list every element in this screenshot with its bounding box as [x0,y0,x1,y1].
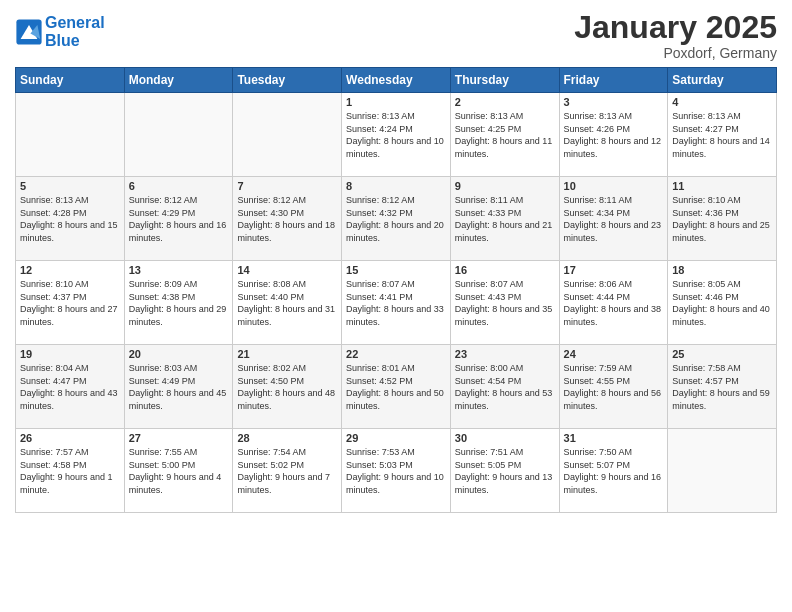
day-daylight: Daylight: 8 hours and 14 minutes. [672,135,772,160]
col-wednesday: Wednesday [342,68,451,93]
day-daylight: Daylight: 8 hours and 15 minutes. [20,219,120,244]
day-sunset: Sunset: 4:54 PM [455,375,555,388]
day-sunrise: Sunrise: 8:09 AM [129,278,229,291]
day-sunrise: Sunrise: 8:12 AM [346,194,446,207]
day-sunrise: Sunrise: 8:12 AM [129,194,229,207]
day-number: 25 [672,348,772,360]
day-sunset: Sunset: 4:29 PM [129,207,229,220]
day-number: 29 [346,432,446,444]
logo-icon [15,18,43,46]
day-daylight: Daylight: 8 hours and 43 minutes. [20,387,120,412]
day-sunrise: Sunrise: 8:13 AM [455,110,555,123]
header: General Blue January 2025 Poxdorf, Germa… [15,10,777,61]
day-sunrise: Sunrise: 7:55 AM [129,446,229,459]
calendar-cell: 25Sunrise: 7:58 AMSunset: 4:57 PMDayligh… [668,345,777,429]
day-daylight: Daylight: 8 hours and 45 minutes. [129,387,229,412]
day-daylight: Daylight: 8 hours and 31 minutes. [237,303,337,328]
day-sunset: Sunset: 4:55 PM [564,375,664,388]
day-daylight: Daylight: 9 hours and 16 minutes. [564,471,664,496]
day-daylight: Daylight: 9 hours and 7 minutes. [237,471,337,496]
day-sunrise: Sunrise: 8:04 AM [20,362,120,375]
day-daylight: Daylight: 9 hours and 4 minutes. [129,471,229,496]
calendar-cell: 10Sunrise: 8:11 AMSunset: 4:34 PMDayligh… [559,177,668,261]
day-number: 13 [129,264,229,276]
day-daylight: Daylight: 8 hours and 11 minutes. [455,135,555,160]
day-number: 2 [455,96,555,108]
location: Poxdorf, Germany [574,45,777,61]
day-daylight: Daylight: 8 hours and 29 minutes. [129,303,229,328]
day-daylight: Daylight: 8 hours and 12 minutes. [564,135,664,160]
day-sunrise: Sunrise: 7:50 AM [564,446,664,459]
day-daylight: Daylight: 9 hours and 13 minutes. [455,471,555,496]
calendar-week-4: 19Sunrise: 8:04 AMSunset: 4:47 PMDayligh… [16,345,777,429]
day-daylight: Daylight: 8 hours and 21 minutes. [455,219,555,244]
day-sunrise: Sunrise: 8:03 AM [129,362,229,375]
day-sunset: Sunset: 4:27 PM [672,123,772,136]
day-daylight: Daylight: 8 hours and 35 minutes. [455,303,555,328]
day-sunset: Sunset: 4:38 PM [129,291,229,304]
day-daylight: Daylight: 8 hours and 10 minutes. [346,135,446,160]
calendar-cell: 9Sunrise: 8:11 AMSunset: 4:33 PMDaylight… [450,177,559,261]
calendar-cell: 1Sunrise: 8:13 AMSunset: 4:24 PMDaylight… [342,93,451,177]
calendar-cell [668,429,777,513]
day-number: 16 [455,264,555,276]
day-sunset: Sunset: 4:57 PM [672,375,772,388]
day-daylight: Daylight: 8 hours and 56 minutes. [564,387,664,412]
day-sunset: Sunset: 4:52 PM [346,375,446,388]
day-sunrise: Sunrise: 8:13 AM [672,110,772,123]
day-number: 27 [129,432,229,444]
calendar-body: 1Sunrise: 8:13 AMSunset: 4:24 PMDaylight… [16,93,777,513]
day-sunrise: Sunrise: 7:57 AM [20,446,120,459]
day-sunset: Sunset: 4:41 PM [346,291,446,304]
day-number: 28 [237,432,337,444]
day-sunrise: Sunrise: 8:12 AM [237,194,337,207]
calendar-cell: 7Sunrise: 8:12 AMSunset: 4:30 PMDaylight… [233,177,342,261]
day-sunrise: Sunrise: 8:11 AM [455,194,555,207]
day-daylight: Daylight: 8 hours and 48 minutes. [237,387,337,412]
day-number: 21 [237,348,337,360]
day-sunrise: Sunrise: 7:53 AM [346,446,446,459]
day-sunrise: Sunrise: 8:00 AM [455,362,555,375]
day-sunrise: Sunrise: 7:59 AM [564,362,664,375]
logo: General Blue [15,14,105,49]
title-block: January 2025 Poxdorf, Germany [574,10,777,61]
day-number: 7 [237,180,337,192]
calendar-cell: 17Sunrise: 8:06 AMSunset: 4:44 PMDayligh… [559,261,668,345]
calendar-cell: 21Sunrise: 8:02 AMSunset: 4:50 PMDayligh… [233,345,342,429]
day-sunset: Sunset: 4:28 PM [20,207,120,220]
calendar-cell: 28Sunrise: 7:54 AMSunset: 5:02 PMDayligh… [233,429,342,513]
day-number: 8 [346,180,446,192]
day-sunrise: Sunrise: 7:54 AM [237,446,337,459]
col-monday: Monday [124,68,233,93]
calendar-cell: 22Sunrise: 8:01 AMSunset: 4:52 PMDayligh… [342,345,451,429]
day-sunset: Sunset: 4:25 PM [455,123,555,136]
day-number: 20 [129,348,229,360]
day-number: 17 [564,264,664,276]
calendar-cell: 12Sunrise: 8:10 AMSunset: 4:37 PMDayligh… [16,261,125,345]
day-number: 15 [346,264,446,276]
calendar-cell [124,93,233,177]
day-sunrise: Sunrise: 8:10 AM [20,278,120,291]
day-daylight: Daylight: 8 hours and 27 minutes. [20,303,120,328]
day-sunset: Sunset: 4:58 PM [20,459,120,472]
calendar-cell: 26Sunrise: 7:57 AMSunset: 4:58 PMDayligh… [16,429,125,513]
day-number: 9 [455,180,555,192]
day-number: 5 [20,180,120,192]
calendar-table: Sunday Monday Tuesday Wednesday Thursday… [15,67,777,513]
day-daylight: Daylight: 8 hours and 50 minutes. [346,387,446,412]
day-daylight: Daylight: 8 hours and 25 minutes. [672,219,772,244]
calendar-cell: 3Sunrise: 8:13 AMSunset: 4:26 PMDaylight… [559,93,668,177]
day-sunset: Sunset: 4:50 PM [237,375,337,388]
day-daylight: Daylight: 8 hours and 16 minutes. [129,219,229,244]
day-number: 10 [564,180,664,192]
day-daylight: Daylight: 8 hours and 38 minutes. [564,303,664,328]
day-sunset: Sunset: 4:40 PM [237,291,337,304]
day-number: 4 [672,96,772,108]
col-friday: Friday [559,68,668,93]
day-sunrise: Sunrise: 8:02 AM [237,362,337,375]
day-number: 26 [20,432,120,444]
day-sunrise: Sunrise: 8:05 AM [672,278,772,291]
day-sunset: Sunset: 5:02 PM [237,459,337,472]
day-number: 19 [20,348,120,360]
day-sunset: Sunset: 5:05 PM [455,459,555,472]
